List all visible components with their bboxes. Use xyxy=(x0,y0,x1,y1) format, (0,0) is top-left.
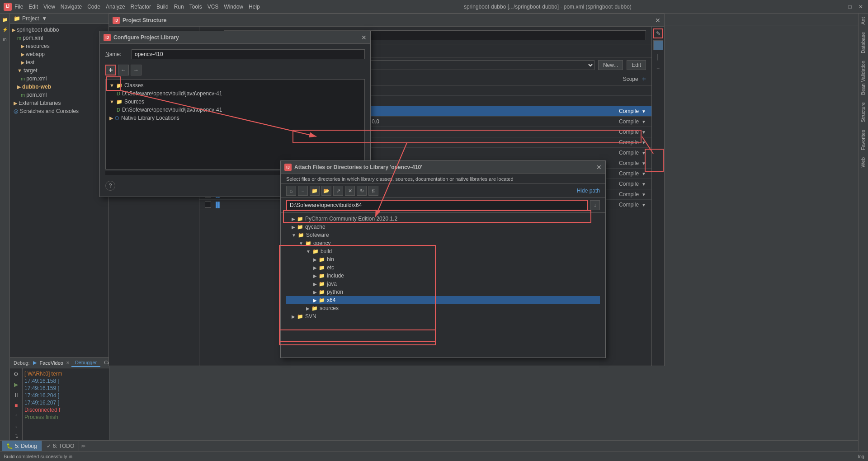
ps-minus-btn[interactable]: − xyxy=(653,64,663,74)
ps-edit-btn-right[interactable]: ✎ xyxy=(653,28,663,38)
debug-pause-btn[interactable]: ⏸ xyxy=(12,391,21,400)
attach-tree-svn[interactable]: ▶ 📁 SVN xyxy=(286,312,600,320)
attach-folder2-btn[interactable]: 📂 xyxy=(321,186,331,196)
debug-down-btn[interactable]: ↓ xyxy=(12,422,21,430)
tree-target[interactable]: ▼ target xyxy=(10,66,109,75)
dep-check-11[interactable] xyxy=(205,202,211,208)
minimize-button[interactable]: ─ xyxy=(835,3,843,10)
dep-scope-arrow-8[interactable]: ▼ xyxy=(642,171,646,176)
menu-analyze[interactable]: Analyze xyxy=(106,4,125,10)
right-tab-favorites[interactable]: Favorites xyxy=(859,126,868,154)
attach-tree-python[interactable]: ▶ 📁 python xyxy=(286,288,600,296)
tree-pom-root[interactable]: m pom.xml xyxy=(10,34,109,42)
config-lib-toolbar-btn-1[interactable]: ← xyxy=(118,65,129,75)
menu-code[interactable]: Code xyxy=(87,4,100,10)
dep-scope-arrow-9[interactable]: ▼ xyxy=(642,182,646,187)
debug-settings-btn[interactable]: ⚙ xyxy=(12,370,21,379)
tree-pom-target[interactable]: m pom.xml xyxy=(10,75,109,83)
close-button[interactable]: ✕ xyxy=(857,3,864,10)
ps-close-button[interactable]: ✕ xyxy=(655,17,660,24)
attach-tree-qycache[interactable]: ▶ 📁 qycache xyxy=(286,223,600,231)
menu-view[interactable]: View xyxy=(43,4,55,10)
attach-new-folder-btn[interactable]: 📁 xyxy=(310,186,320,196)
attach-tree-pycharm[interactable]: ▶ 📁 PyCharm Community Edition 2020.1.2 xyxy=(286,215,600,223)
menu-refactor[interactable]: Refactor xyxy=(131,4,151,10)
attach-home-btn[interactable]: ⌂ xyxy=(286,186,296,196)
lib-tree-sources-file[interactable]: D D:\Sofeware\opencv\build\java\opencv-4… xyxy=(108,106,363,114)
dep-scope-arrow-2[interactable]: ▼ xyxy=(642,109,646,114)
bottom-tab-todo[interactable]: ✓ 6: TODO xyxy=(42,441,80,451)
window-controls[interactable]: ─ □ ✕ xyxy=(835,3,864,10)
config-lib-name-input[interactable] xyxy=(132,49,365,59)
ps-scrollbar[interactable]: │ xyxy=(653,52,663,62)
dep-scope-arrow-11[interactable]: ▼ xyxy=(642,202,646,207)
dep-scope-arrow-7[interactable]: ▼ xyxy=(642,161,646,166)
right-tab-bean-validation[interactable]: Bean Validation xyxy=(859,57,868,99)
menu-navigate[interactable]: Navigate xyxy=(61,4,82,10)
attach-delete-btn[interactable]: ✕ xyxy=(345,186,355,196)
maximize-button[interactable]: □ xyxy=(846,3,854,10)
menu-window[interactable]: Window xyxy=(224,4,243,10)
dep-scope-arrow-10[interactable]: ▼ xyxy=(642,192,646,197)
attach-copy-btn[interactable]: ⎘ xyxy=(368,186,378,196)
attach-tree-sofeware[interactable]: ▼ 📁 Sofeware xyxy=(286,231,600,239)
config-lib-help-btn[interactable]: ? xyxy=(105,181,115,191)
config-lib-toolbar-btn-2[interactable]: → xyxy=(131,65,142,75)
attach-list-btn[interactable]: ≡ xyxy=(298,186,308,196)
sidebar-icon-2[interactable]: ⚡ xyxy=(1,25,9,33)
config-lib-close[interactable]: ✕ xyxy=(361,34,367,41)
attach-path-download-btn[interactable]: ↓ xyxy=(590,200,600,210)
attach-close-btn[interactable]: ✕ xyxy=(596,164,602,171)
attach-hide-path-btn[interactable]: Hide path xyxy=(577,188,600,194)
ps-new-btn[interactable]: New... xyxy=(598,60,623,70)
menu-bar[interactable]: File Edit View Navigate Code Analyze Ref… xyxy=(14,4,260,10)
debug-stop-btn[interactable]: ■ xyxy=(12,401,21,409)
dep-scope-arrow-3[interactable]: ▼ xyxy=(642,119,646,124)
dep-scope-arrow-5[interactable]: ▼ xyxy=(642,140,646,145)
project-dropdown-icon[interactable]: ▼ xyxy=(42,15,47,22)
tree-root[interactable]: ▶ springboot-dubbo xyxy=(10,26,109,34)
tree-ext-libs[interactable]: ▶ External Libraries xyxy=(10,99,109,107)
menu-vcs[interactable]: VCS xyxy=(208,4,219,10)
menu-build[interactable]: Build xyxy=(156,4,169,10)
menu-tools[interactable]: Tools xyxy=(189,4,202,10)
menu-help[interactable]: Help xyxy=(249,4,260,10)
lib-tree-native[interactable]: ▶ ⬡ Native Library Locations xyxy=(108,114,363,122)
menu-file[interactable]: File xyxy=(14,4,23,10)
menu-edit[interactable]: Edit xyxy=(28,4,38,10)
expand-icon[interactable]: ≫ xyxy=(81,443,85,448)
right-tab-web[interactable]: Web xyxy=(859,154,868,171)
tree-test[interactable]: ▶ test xyxy=(10,58,109,66)
lib-tree-sources[interactable]: ▼ 📁 Sources xyxy=(108,98,363,106)
tree-webapp[interactable]: ▶ webapp xyxy=(10,50,109,58)
ps-highlighted-btn[interactable] xyxy=(653,40,663,50)
menu-run[interactable]: Run xyxy=(174,4,184,10)
lib-tree-classes-file[interactable]: D D:\Sofeware\opencv\build\java\opencv-4… xyxy=(108,89,363,98)
tree-pom-dubbo[interactable]: m pom.xml xyxy=(10,91,109,99)
attach-tree-etc[interactable]: ▶ 📁 etc xyxy=(286,263,600,272)
debug-up-btn[interactable]: ↑ xyxy=(12,411,21,420)
bottom-tab-debug[interactable]: 🐛 5: Debug xyxy=(2,441,42,451)
right-tab-structure[interactable]: Structure xyxy=(859,99,868,126)
tree-dubbo-web[interactable]: ▶ dubbo-web xyxy=(10,83,109,91)
project-header[interactable]: 📁 Project ▼ xyxy=(10,14,109,24)
attach-tree-bin[interactable]: ▶ 📁 bin xyxy=(286,255,600,263)
attach-path-input[interactable] xyxy=(286,200,588,211)
attach-tree-java[interactable]: ▶ 📁 java xyxy=(286,280,600,288)
lib-tree-classes[interactable]: ▼ 📁 Classes xyxy=(108,81,363,89)
tree-scratches[interactable]: ◎ Scratches and Consoles xyxy=(10,107,109,115)
dep-scope-arrow-6[interactable]: ▼ xyxy=(642,151,646,155)
attach-tree-sources[interactable]: ▶ 📁 sources xyxy=(286,304,600,312)
attach-navigate-btn[interactable]: ↗ xyxy=(333,186,343,196)
attach-tree-build[interactable]: ▼ 📁 build xyxy=(286,247,600,255)
tree-resources[interactable]: ▶ resources xyxy=(10,42,109,50)
right-tab-database[interactable]: Database xyxy=(859,28,868,57)
dep-scope-arrow-4[interactable]: ▼ xyxy=(642,130,646,135)
debug-tab-debugger[interactable]: Debugger xyxy=(71,359,100,367)
ps-edit-btn[interactable]: Edit xyxy=(627,60,646,70)
sidebar-project-icon[interactable]: 📁 xyxy=(1,15,9,24)
attach-tree-include[interactable]: ▶ 📁 include xyxy=(286,272,600,280)
attach-tree-opencv[interactable]: ▼ 📁 opencv xyxy=(286,239,600,247)
debug-step-btn[interactable]: ↴ xyxy=(12,432,21,441)
attach-refresh-btn[interactable]: ↻ xyxy=(357,186,367,196)
